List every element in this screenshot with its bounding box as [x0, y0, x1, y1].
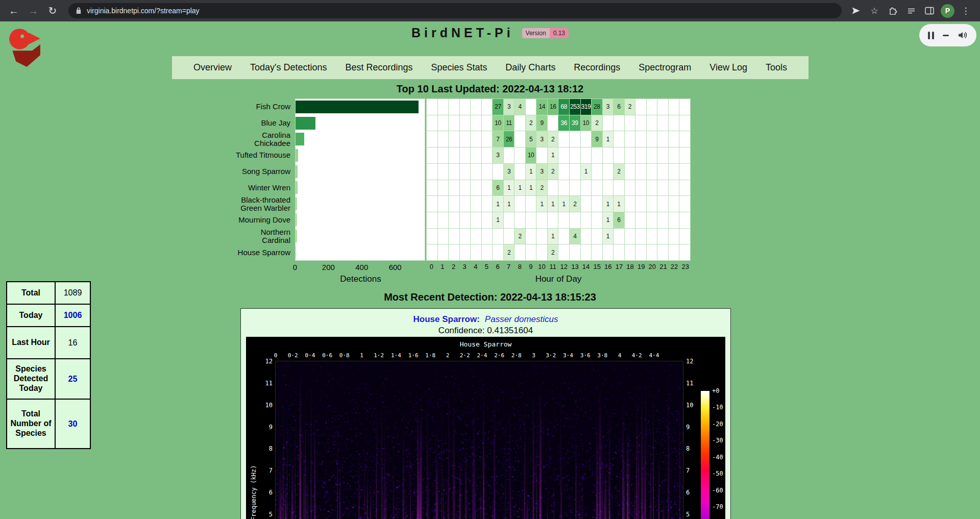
detection-common-name[interactable]: House Sparrow:	[413, 314, 480, 324]
hour-axis-tick: 19	[636, 263, 647, 270]
heatmap-cell	[558, 164, 569, 180]
reading-list-icon[interactable]	[904, 4, 918, 18]
heatmap-cell: 2	[514, 229, 525, 244]
bookmark-star-icon[interactable]: ☆	[867, 4, 881, 18]
side-panel-icon[interactable]	[922, 4, 937, 18]
heatmap-cell	[669, 131, 679, 147]
heatmap-cell	[647, 115, 657, 131]
heatmap-cell	[438, 244, 449, 260]
spectrogram-time-tick: 4·2	[632, 352, 642, 359]
heatmap-cell	[679, 164, 690, 180]
hour-axis-tick: 22	[669, 263, 680, 270]
heatmap-cell	[471, 99, 481, 115]
nav-item-species-stats[interactable]: Species Stats	[431, 62, 487, 73]
nav-item-best-recordings[interactable]: Best Recordings	[345, 62, 412, 73]
heatmap-cell	[592, 147, 602, 163]
spectrogram-freq-tick: 8	[686, 445, 690, 452]
audio-player[interactable]	[919, 24, 976, 46]
share-send-icon[interactable]	[849, 4, 863, 18]
heatmap-cell	[514, 212, 525, 228]
heatmap-cell	[635, 196, 646, 212]
detection-scientific-name[interactable]: Passer domesticus	[485, 314, 558, 324]
heatmap-cell: 5	[526, 131, 536, 147]
spectrogram-time-tick: 0·2	[288, 352, 298, 359]
hour-axis-tick: 16	[603, 263, 614, 270]
profile-avatar[interactable]: P	[941, 4, 954, 18]
extensions-puzzle-icon[interactable]	[886, 4, 900, 18]
heatmap-cell	[482, 229, 493, 244]
nav-item-tools[interactable]: Tools	[766, 62, 787, 73]
pause-icon[interactable]	[928, 32, 934, 39]
menu-kebab-icon[interactable]: ⋮	[959, 4, 973, 18]
heatmap-cell	[657, 147, 668, 163]
stats-value[interactable]: 1006	[55, 304, 90, 327]
heatmap-cell	[449, 229, 459, 244]
heatmap-cell	[647, 229, 657, 244]
heatmap-cell: 10	[493, 115, 503, 131]
heatmap-cell	[449, 212, 459, 228]
address-bar[interactable]: virginia.birdnetpi.com/?stream=play	[68, 3, 842, 18]
hour-axis-tick: 20	[647, 263, 658, 270]
heatmap-cell: 3	[493, 147, 503, 163]
nav-item-today-s-detections[interactable]: Today's Detections	[250, 62, 327, 73]
stats-value[interactable]: 30	[55, 399, 90, 449]
stats-row: Total Number of Species30	[7, 399, 90, 449]
heatmap-cell	[647, 147, 657, 163]
nav-item-recordings[interactable]: Recordings	[574, 62, 620, 73]
spectrogram-freq-tick: 10	[265, 402, 273, 409]
lock-icon	[76, 7, 82, 14]
audio-scrubber[interactable]	[943, 35, 949, 36]
volume-icon[interactable]	[958, 31, 968, 40]
heatmap-cell	[635, 115, 646, 131]
heatmap-cell	[581, 131, 592, 147]
nav-item-view-log[interactable]: View Log	[709, 62, 747, 73]
hour-axis-tick: 18	[625, 263, 635, 270]
heatmap-cell	[625, 115, 635, 131]
heatmap-cell	[482, 164, 493, 180]
heatmap-cell	[427, 115, 437, 131]
detections-bar	[296, 213, 297, 226]
nav-item-daily-charts[interactable]: Daily Charts	[505, 62, 555, 73]
heatmap-cell	[438, 212, 449, 228]
back-icon[interactable]: ←	[5, 2, 22, 19]
nav-item-spectrogram[interactable]: Spectrogram	[639, 62, 691, 73]
heatmap-cell	[482, 147, 493, 163]
heatmap-cell	[657, 244, 668, 260]
heatmap-cell: 27	[493, 99, 503, 115]
detection-species-link[interactable]: House Sparrow:Passer domesticus	[241, 314, 730, 325]
forward-icon[interactable]: →	[24, 2, 42, 19]
heatmap-cell: 253	[570, 99, 580, 115]
stats-value[interactable]: 25	[55, 359, 90, 399]
reload-icon[interactable]: ↻	[44, 2, 61, 19]
heatmap-cell	[625, 147, 635, 163]
bar-axis-tick: 400	[355, 263, 368, 271]
stats-row: Today1006	[7, 304, 90, 327]
bar-axis-tick: 0	[293, 263, 297, 271]
heatmap-cell	[504, 212, 514, 228]
nav-item-overview[interactable]: Overview	[193, 62, 232, 73]
stats-value: 16	[55, 327, 90, 359]
heatmap-cell	[427, 180, 437, 196]
heatmap-cell	[581, 196, 592, 212]
heatmap-cell	[635, 244, 646, 260]
heatmap-cell	[558, 180, 569, 196]
detections-bar	[296, 117, 315, 130]
heatmap-cell	[635, 131, 646, 147]
heatmap-cell	[647, 164, 657, 180]
heatmap-cell	[614, 115, 624, 131]
spectrogram-time-tick: 2·8	[511, 352, 522, 359]
hour-axis-tick: 8	[514, 263, 525, 270]
heatmap-cell	[427, 99, 437, 115]
heatmap-cell	[669, 147, 679, 163]
detection-spectrogram: House Sparrow 00·20·40·60·811·21·41·61·8…	[246, 337, 725, 519]
heatmap-cell	[514, 131, 525, 147]
birdnet-page: BirdNET-Pi Version 0.13 OverviewToday's …	[0, 21, 980, 519]
heatmap-cell	[679, 244, 690, 260]
heatmap-cell	[460, 244, 471, 260]
heatmap-cell	[647, 131, 657, 147]
spectrogram-time-tick: 3·6	[580, 352, 591, 359]
heatmap-cell	[635, 212, 646, 228]
heatmap-cell: 1	[603, 212, 614, 228]
spectrogram-freq-tick: 11	[265, 380, 273, 387]
spectrogram-time-tick: 4	[618, 352, 622, 359]
